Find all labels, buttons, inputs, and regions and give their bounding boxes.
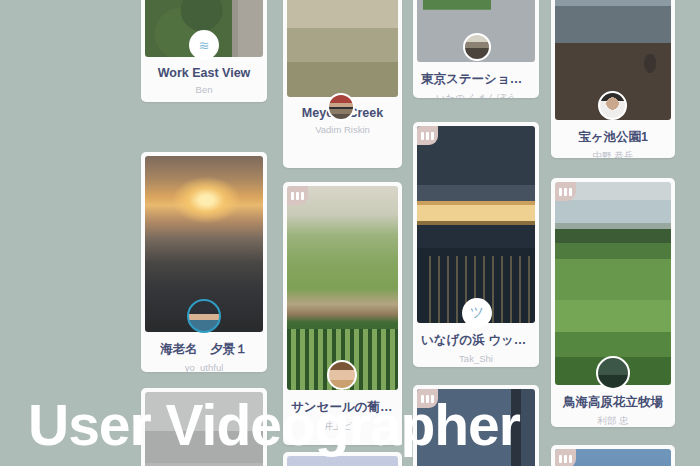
waves-logo-icon: ≋	[199, 38, 210, 53]
video-author: いたの くまんぼう	[417, 92, 535, 98]
avatar[interactable]	[596, 356, 630, 390]
video-title: 宝ヶ池公園1	[555, 129, 671, 146]
video-card[interactable]: 鳥海高原花立牧場 利部 忠	[551, 178, 675, 427]
film-strip-icon	[555, 449, 576, 466]
avatar[interactable]: ツ	[462, 298, 492, 328]
film-strip-icon	[287, 186, 308, 205]
avatar[interactable]	[327, 93, 355, 121]
overlay-heading: User Videographer	[28, 392, 520, 458]
film-strip-icon	[417, 126, 438, 145]
video-card[interactable]: Meyers Creek Vadim Riskin	[283, 0, 402, 168]
video-author: Ben	[145, 84, 263, 95]
video-thumbnail[interactable]	[555, 449, 671, 466]
video-author: yo_uthful	[145, 362, 263, 372]
film-strip-icon	[555, 182, 576, 201]
video-card[interactable]: 宝ヶ池公園1 中野 恭兵	[551, 0, 675, 158]
gallery-page: ≋ Work East View Ben 海老名 夕景１ yo_uthful M…	[0, 0, 700, 466]
video-card[interactable]	[551, 445, 675, 466]
video-author: Tak_Shi	[417, 353, 535, 364]
video-thumbnail[interactable]	[555, 182, 671, 385]
video-author: 利部 忠	[555, 415, 671, 427]
video-card[interactable]: 海老名 夕景１ yo_uthful	[141, 152, 267, 372]
video-title: 海老名 夕景１	[145, 341, 263, 358]
video-author: Vadim Riskin	[287, 124, 398, 135]
video-card[interactable]: 東京ステーションホテル… いたの くまんぼう	[413, 0, 539, 98]
avatar[interactable]	[187, 299, 221, 333]
video-title: いなげの浜 ウッドデッキ	[417, 332, 535, 349]
video-title: Work East View	[145, 66, 263, 80]
avatar[interactable]: ≋	[189, 30, 219, 60]
video-title: 東京ステーションホテル…	[417, 71, 535, 88]
video-card[interactable]: ≋ Work East View Ben	[141, 0, 267, 102]
video-title: 鳥海高原花立牧場	[555, 394, 671, 411]
avatar[interactable]	[463, 33, 491, 61]
video-author: 中野 恭兵	[555, 150, 671, 158]
avatar[interactable]	[598, 91, 627, 120]
video-card[interactable]: ツ いなげの浜 ウッドデッキ Tak_Shi	[413, 122, 539, 367]
video-thumbnail[interactable]	[287, 0, 398, 97]
line-art-face-icon: ツ	[470, 304, 484, 322]
video-thumbnail[interactable]	[417, 126, 535, 323]
avatar[interactable]	[327, 360, 357, 390]
